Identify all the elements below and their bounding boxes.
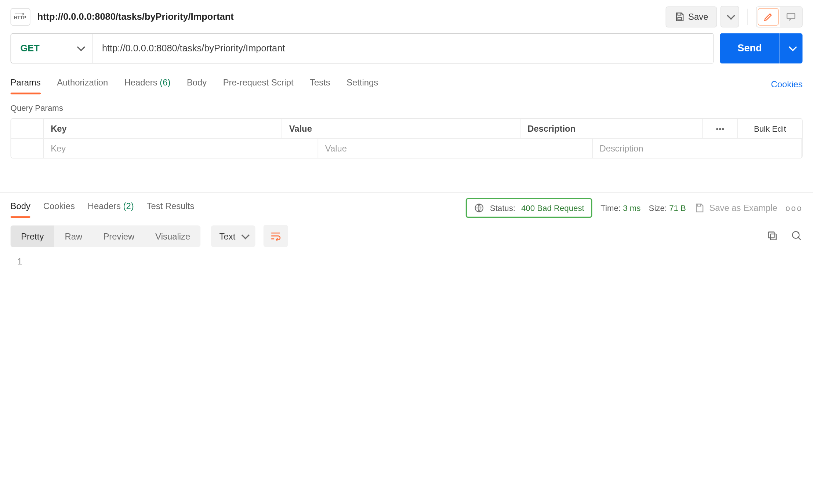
response-body[interactable]: 1 xyxy=(0,254,813,269)
resp-tab-headers-count: (2) xyxy=(123,201,134,211)
http-method-icon: HTTP xyxy=(11,8,30,25)
save-as-example-label: Save as Example xyxy=(709,203,777,213)
send-caret-button[interactable] xyxy=(779,33,803,64)
tab-headers-count: (6) xyxy=(160,77,170,87)
time-meta: Time: 3 ms xyxy=(600,203,640,212)
row-handle xyxy=(11,139,44,158)
tab-headers-label: Headers xyxy=(124,77,157,87)
edit-mode-button[interactable] xyxy=(758,8,778,25)
separator xyxy=(747,8,748,25)
url-input[interactable] xyxy=(92,34,714,63)
view-mode-preview[interactable]: Preview xyxy=(93,225,145,247)
tab-settings[interactable]: Settings xyxy=(346,74,378,95)
tab-body[interactable]: Body xyxy=(187,74,207,95)
response-body-text xyxy=(27,254,803,269)
view-mode-segmented: Pretty Raw Preview Visualize xyxy=(11,225,201,247)
chevron-down-icon xyxy=(727,12,733,21)
query-params-label: Query Params xyxy=(0,95,813,118)
resp-tab-headers-label: Headers xyxy=(88,201,121,211)
bulk-edit-button[interactable]: Bulk Edit xyxy=(738,119,802,138)
cols-more-icon[interactable]: ••• xyxy=(703,119,738,138)
response-more-icon[interactable]: ooo xyxy=(785,203,803,212)
param-key-input[interactable] xyxy=(51,143,311,153)
comment-mode-button[interactable] xyxy=(780,7,802,26)
col-key: Key xyxy=(44,119,282,138)
tab-params[interactable]: Params xyxy=(11,74,41,95)
wrap-lines-button[interactable] xyxy=(264,225,288,247)
resp-tab-headers[interactable]: Headers (2) xyxy=(88,197,134,218)
svg-rect-5 xyxy=(769,232,774,238)
status-label: Status: xyxy=(490,203,515,212)
format-label: Text xyxy=(219,231,236,241)
time-value: 3 ms xyxy=(623,203,640,212)
svg-point-6 xyxy=(792,231,799,238)
cookies-link[interactable]: Cookies xyxy=(771,79,803,89)
query-params-table: Key Value Description ••• Bulk Edit xyxy=(11,118,803,158)
save-icon xyxy=(674,11,685,22)
svg-rect-2 xyxy=(787,13,795,18)
view-mode-pretty[interactable]: Pretty xyxy=(11,225,54,247)
tab-tests[interactable]: Tests xyxy=(310,74,330,95)
size-value: 71 B xyxy=(669,203,686,212)
param-description-input[interactable] xyxy=(599,143,794,153)
search-icon[interactable] xyxy=(791,230,803,242)
status-value: 400 Bad Request xyxy=(521,203,584,212)
param-value-input[interactable] xyxy=(325,143,585,153)
tab-authorization[interactable]: Authorization xyxy=(57,74,108,95)
save-caret-button[interactable] xyxy=(721,6,739,28)
view-mode-visualize[interactable]: Visualize xyxy=(145,225,201,247)
view-mode-raw[interactable]: Raw xyxy=(54,225,93,247)
size-meta: Size: 71 B xyxy=(649,203,686,212)
save-button[interactable]: Save xyxy=(665,6,717,27)
svg-text:HTTP: HTTP xyxy=(14,15,26,20)
method-label: GET xyxy=(21,43,40,54)
size-label: Size: xyxy=(649,203,667,212)
status-box: Status: 400 Bad Request xyxy=(465,198,592,218)
save-icon xyxy=(694,202,705,213)
copy-icon[interactable] xyxy=(766,230,778,242)
resp-tab-body[interactable]: Body xyxy=(11,197,30,218)
format-select[interactable]: Text xyxy=(211,225,255,247)
resp-tab-cookies[interactable]: Cookies xyxy=(43,197,75,218)
resp-tab-test-results[interactable]: Test Results xyxy=(147,197,195,218)
method-select[interactable]: GET xyxy=(11,34,92,63)
tab-pre-request-script[interactable]: Pre-request Script xyxy=(223,74,294,95)
save-label: Save xyxy=(688,12,708,22)
svg-rect-4 xyxy=(770,234,776,240)
chevron-down-icon xyxy=(788,44,794,53)
send-button[interactable]: Send xyxy=(720,33,779,64)
request-title: http://0.0.0.0:8080/tasks/byPriority/Imp… xyxy=(37,11,658,22)
line-number: 1 xyxy=(11,254,27,269)
chevron-down-icon xyxy=(77,43,83,54)
col-value: Value xyxy=(282,119,520,138)
time-label: Time: xyxy=(600,203,621,212)
globe-icon xyxy=(473,202,484,213)
save-as-example-button[interactable]: Save as Example xyxy=(694,202,777,213)
svg-rect-1 xyxy=(678,17,682,19)
col-description: Description xyxy=(520,119,703,138)
tab-headers[interactable]: Headers (6) xyxy=(124,74,171,95)
chevron-down-icon xyxy=(241,231,247,241)
row-handle xyxy=(11,119,44,138)
